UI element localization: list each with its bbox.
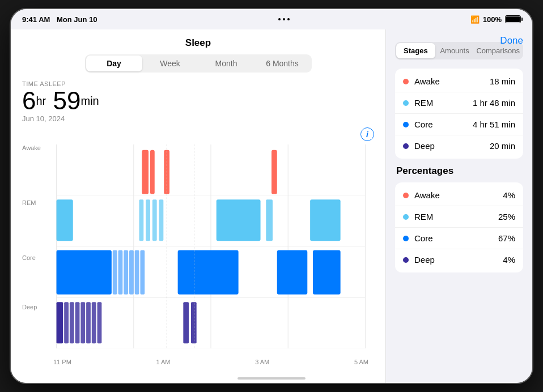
stage-row-core: Core 4 hr 51 min [395, 114, 523, 135]
svg-rect-26 [135, 250, 139, 295]
tab-6months[interactable]: 6 Months [254, 56, 311, 71]
y-label-deep: Deep [22, 304, 37, 310]
dot2 [283, 18, 285, 20]
status-center [278, 18, 290, 20]
pct-deep-dot [403, 257, 409, 263]
tab-month[interactable]: Month [198, 56, 254, 71]
svg-rect-31 [57, 302, 63, 343]
sleep-chart-svg [48, 144, 374, 348]
y-axis: Awake REM Core Deep [22, 144, 45, 348]
main-content: Sleep Day Week Month 6 Months TIME ASLEE… [11, 29, 532, 383]
sleep-summary: TIME ASLEEP 6hr 59min Jun 10, 2024 [11, 80, 385, 127]
svg-rect-40 [191, 302, 197, 343]
pct-core-dot [403, 236, 409, 241]
core-value: 4 hr 51 min [473, 120, 515, 129]
core-label: Core [414, 120, 473, 129]
svg-rect-14 [139, 199, 144, 241]
svg-rect-19 [266, 199, 273, 241]
core-dot [403, 122, 409, 127]
rem-label: REM [414, 98, 473, 108]
svg-rect-37 [92, 302, 96, 343]
tab-amounts[interactable]: Amounts [435, 43, 474, 58]
pct-deep-value: 4% [503, 255, 515, 265]
svg-rect-23 [118, 250, 123, 295]
awake-value: 18 min [490, 76, 515, 86]
svg-rect-27 [140, 250, 145, 295]
tab-day[interactable]: Day [86, 56, 142, 71]
battery-fill [506, 16, 520, 22]
dot3 [287, 18, 290, 20]
svg-rect-29 [277, 250, 308, 295]
home-indicator [237, 377, 306, 380]
svg-rect-15 [146, 199, 150, 241]
stage-row-rem: REM 1 hr 48 min [395, 92, 523, 114]
svg-rect-20 [310, 199, 341, 241]
x-label-3am: 3 AM [255, 359, 269, 365]
deep-dot [403, 143, 409, 149]
pct-row-core: Core 67% [395, 228, 523, 249]
pct-row-rem: REM 25% [395, 206, 523, 228]
battery-percent: 100% [483, 15, 502, 24]
y-label-awake: Awake [22, 144, 41, 151]
svg-rect-38 [97, 302, 102, 343]
percentages-list: Awake 4% REM 25% Core 67% [395, 182, 523, 272]
pct-row-deep: Deep 4% [395, 249, 523, 270]
chart-area [48, 144, 374, 348]
pct-deep-label: Deep [414, 255, 503, 265]
svg-rect-16 [152, 199, 157, 241]
deep-value: 20 min [490, 141, 515, 151]
pct-core-label: Core [414, 233, 498, 243]
percentages-section: Percentages Awake 4% REM 25% Core [395, 165, 523, 272]
pct-awake-label: Awake [414, 190, 503, 200]
tab-stages[interactable]: Stages [396, 43, 435, 58]
svg-rect-36 [86, 302, 91, 343]
sleep-title: Sleep [11, 29, 385, 54]
status-right: 📶 100% [470, 15, 521, 24]
svg-rect-13 [57, 199, 73, 241]
pct-rem-dot [403, 214, 409, 220]
awake-label: Awake [414, 76, 490, 86]
pct-awake-dot [403, 193, 409, 198]
rem-dot [403, 100, 409, 106]
svg-rect-12 [272, 150, 277, 194]
chart-container: i Awake REM Core Deep [22, 127, 374, 365]
svg-rect-39 [183, 302, 189, 343]
svg-rect-28 [178, 250, 239, 295]
x-label-5am: 5 AM [354, 359, 368, 365]
awake-dot [403, 79, 409, 84]
y-label-core: Core [22, 254, 36, 261]
svg-rect-30 [313, 250, 341, 295]
info-button[interactable]: i [360, 127, 374, 141]
x-label-1am: 1 AM [156, 359, 170, 365]
svg-rect-32 [64, 302, 69, 343]
ipad-frame: 9:41 AM Mon Jun 10 📶 100% Sleep Day Week… [11, 9, 532, 383]
left-panel: Sleep Day Week Month 6 Months TIME ASLEE… [11, 29, 386, 383]
svg-rect-34 [75, 302, 80, 343]
y-label-rem: REM [22, 199, 36, 206]
dot1 [278, 18, 281, 20]
pct-rem-label: REM [414, 212, 498, 221]
wifi-icon: 📶 [470, 15, 480, 24]
tab-week[interactable]: Week [142, 56, 198, 71]
hours-value: 6 [22, 87, 36, 114]
min-label: min [80, 95, 99, 106]
time-asleep-value: 6hr 59min [22, 88, 374, 113]
stage-row-deep: Deep 20 min [395, 135, 523, 156]
percentages-title: Percentages [396, 165, 523, 177]
status-time: 9:41 AM Mon Jun 10 [22, 15, 97, 24]
rem-value: 1 hr 48 min [473, 98, 515, 108]
battery-icon [505, 15, 521, 23]
pct-row-awake: Awake 4% [395, 185, 523, 206]
pct-core-value: 67% [498, 233, 515, 243]
status-bar: 9:41 AM Mon Jun 10 📶 100% [11, 9, 532, 29]
stage-row-awake: Awake 18 min [395, 71, 523, 92]
stages-section: Awake 18 min REM 1 hr 48 min Core 4 hr 5… [395, 69, 523, 159]
svg-rect-22 [113, 250, 117, 295]
pct-awake-value: 4% [503, 190, 515, 200]
time-tabs: Day Week Month 6 Months [85, 54, 312, 73]
svg-rect-10 [150, 150, 155, 194]
done-button[interactable]: Done [500, 29, 523, 52]
deep-label: Deep [414, 141, 490, 151]
sleep-date: Jun 10, 2024 [22, 114, 374, 123]
svg-rect-17 [159, 199, 164, 241]
